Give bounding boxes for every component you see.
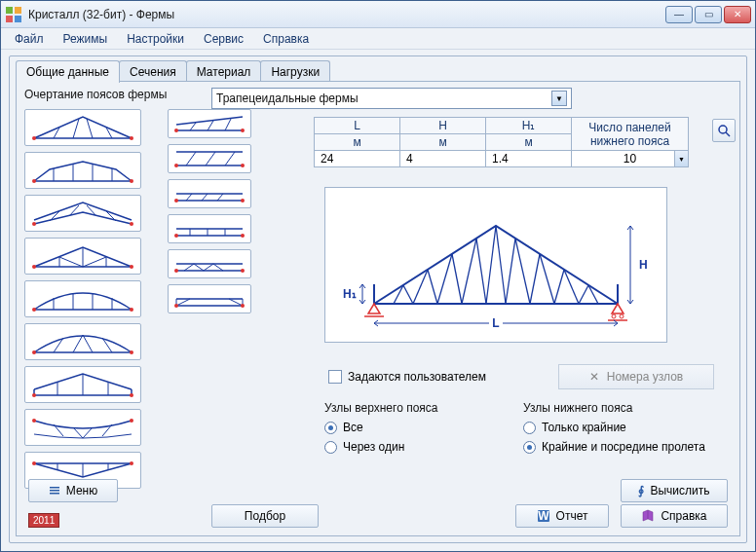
compute-icon: ∮ [638,484,644,497]
svg-point-53 [130,393,133,397]
radio-top-all[interactable]: Все [324,421,438,434]
minimize-button[interactable]: — [665,6,693,23]
menu-service[interactable]: Сервис [196,30,251,48]
param-L-label: L [315,118,400,134]
menu-help[interactable]: Справка [255,30,317,48]
svg-point-17 [130,179,133,183]
svg-rect-2 [6,16,13,22]
close-button[interactable]: ✕ [724,6,751,23]
svg-line-123 [486,226,496,304]
svg-text:W: W [538,509,549,523]
user-nodes-check[interactable]: Задаются пользователем [328,370,486,384]
report-button[interactable]: W Отчет [515,504,609,528]
tabs: Общие данные Сечения Материал Нагрузки [16,60,329,83]
menu-file[interactable]: Файл [7,30,52,48]
truss-thumb-14[interactable] [168,249,251,278]
truss-thumb-2[interactable] [24,152,141,189]
menubar: Файл Режимы Настройки Сервис Справка [1,28,755,50]
word-icon: W [537,509,550,523]
help-label: Справка [661,509,706,523]
svg-line-98 [204,264,213,271]
truss-thumb-10[interactable] [168,109,251,138]
truss-thumb-11[interactable] [168,144,251,173]
tab-panel-general: Очертание поясов фермы [16,81,740,536]
truss-thumb-1[interactable] [24,109,141,146]
titlebar: Кристалл (32-бит) - Фермы — ▭ ✕ [1,1,755,28]
window-title: Кристалл (32-бит) - Фермы [28,8,665,21]
svg-point-45 [130,350,133,354]
truss-thumb-column-2 [168,109,251,313]
zoom-button[interactable] [712,119,736,142]
param-H-unit: м [400,134,486,151]
menu-button[interactable]: Меню [28,479,118,502]
truss-thumb-8[interactable] [24,409,141,446]
radio-top-every-other[interactable]: Через один [324,440,438,454]
svg-rect-143 [50,487,59,489]
svg-point-79 [241,164,245,167]
help-button[interactable]: Справка [621,504,728,528]
svg-rect-1 [15,7,21,14]
svg-point-37 [32,308,36,312]
param-H1-input[interactable]: 1.4 [486,151,572,167]
svg-point-31 [130,265,133,269]
tab-sections[interactable]: Сечения [119,60,187,83]
svg-point-44 [32,350,36,354]
param-panels-label: Число панелей нижнего пояса [572,118,689,151]
truss-thumb-6[interactable] [24,323,141,360]
svg-line-118 [428,270,437,304]
maximize-button[interactable]: ▭ [695,6,722,23]
svg-point-110 [719,126,727,133]
truss-thumb-13[interactable] [168,214,251,243]
tab-general[interactable]: Общие данные [16,60,120,83]
truss-thumb-15[interactable] [168,284,251,313]
param-L-input[interactable]: 24 [315,151,400,167]
svg-point-16 [32,179,36,183]
svg-line-99 [213,264,223,271]
svg-line-28 [59,257,83,267]
svg-line-66 [176,117,243,125]
param-panels-select[interactable]: 10 ▼ [572,151,689,167]
truss-type-value: Трапецеидальные фермы [216,92,551,105]
menu-modes[interactable]: Режимы [56,30,116,48]
truss-thumb-12[interactable] [168,179,251,208]
svg-point-59 [130,419,133,423]
radio-bottom-ends-mid[interactable]: Крайние и посредине пролета [523,440,705,454]
radio-bottom-ends[interactable]: Только крайние [523,421,705,434]
truss-thumb-5[interactable] [24,280,141,317]
svg-line-122 [476,239,486,304]
svg-line-77 [225,152,235,166]
svg-line-111 [726,132,730,136]
truss-thumb-4[interactable] [24,238,141,275]
svg-line-131 [579,285,588,304]
tab-material[interactable]: Материал [186,60,262,83]
podbor-button[interactable]: Подбор [211,504,319,528]
truss-thumb-3[interactable] [24,195,141,232]
node-numbers-label: Номера узлов [607,370,684,384]
menu-settings[interactable]: Настройки [119,30,192,48]
svg-line-84 [217,194,223,201]
svg-line-129 [554,270,564,304]
tab-loads[interactable]: Нагрузки [260,60,330,83]
svg-line-120 [452,254,462,304]
podbor-label: Подбор [245,509,285,523]
svg-point-58 [32,419,36,423]
svg-point-92 [174,234,178,238]
param-H-input[interactable]: 4 [400,151,486,167]
top-chord-title: Узлы верхнего пояса [324,401,438,415]
svg-point-10 [130,136,133,140]
truss-thumb-7[interactable] [24,366,141,403]
svg-line-82 [186,194,192,201]
svg-line-41 [73,335,83,352]
param-H-label: H [400,118,486,134]
param-table: L H H₁ Число панелей нижнего пояса м м м… [314,117,689,167]
radio-icon [324,441,337,454]
truss-type-dropdown[interactable]: Трапецеидальные фермы ▼ [211,88,572,109]
svg-point-65 [130,461,133,465]
chevron-down-icon: ▼ [674,151,688,166]
svg-line-106 [176,299,190,306]
compute-button[interactable]: ∮ Вычислить [621,479,728,502]
truss-preview: L H H₁ [324,187,667,343]
svg-marker-133 [368,304,380,313]
radio-icon [523,422,536,434]
svg-point-22 [32,222,36,226]
